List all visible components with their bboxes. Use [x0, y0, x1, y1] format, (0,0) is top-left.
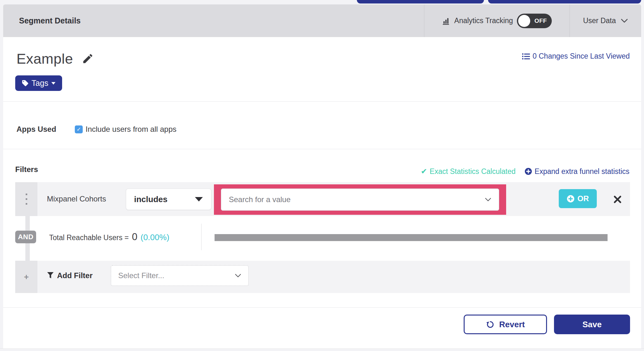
filter-drag-handle[interactable] — [15, 182, 37, 216]
add-or-condition-button[interactable]: OR — [559, 189, 597, 208]
filters-status-links: ✔ Exact Statistics Calculated Expand ext… — [421, 167, 629, 176]
caret-down-icon — [51, 82, 56, 85]
tag-icon — [22, 80, 29, 87]
expand-funnel-statistics-label: Expand extra funnel statistics — [535, 167, 629, 176]
exact-statistics-status: ✔ Exact Statistics Calculated — [421, 167, 516, 176]
tags-button-label: Tags — [32, 79, 48, 88]
add-filter-row: + Add Filter Select Filter... — [15, 261, 630, 293]
add-filter-label-group: Add Filter — [47, 271, 93, 280]
and-badge: AND — [15, 231, 36, 243]
header-band: Segment Details Analytics Tracking OFF U… — [3, 4, 641, 37]
or-button-label: OR — [577, 194, 589, 203]
toggle-state-label: OFF — [534, 14, 547, 28]
section-divider — [3, 101, 641, 102]
check-icon: ✔ — [421, 167, 427, 176]
chevron-down-icon — [235, 274, 241, 278]
filter-operator-value: includes — [134, 195, 167, 204]
user-data-dropdown[interactable]: User Data — [570, 4, 641, 37]
vertical-divider — [201, 224, 202, 250]
analytics-tracking-toggle[interactable]: OFF — [517, 14, 552, 28]
filter-value-placeholder: Search for a value — [229, 195, 291, 204]
add-filter-label: Add Filter — [57, 271, 93, 280]
add-filter-plus-handle[interactable]: + — [15, 261, 37, 293]
analytics-tracking-label: Analytics Tracking — [454, 16, 513, 25]
expand-funnel-statistics-link[interactable]: Expand extra funnel statistics — [525, 167, 629, 176]
include-all-apps-checkbox[interactable]: ✓ — [75, 125, 83, 133]
plus-circle-icon — [525, 168, 532, 175]
plus-circle-icon — [567, 195, 575, 203]
include-all-apps-label: Include users from all apps — [86, 125, 177, 134]
revert-button-label: Revert — [499, 320, 525, 329]
select-filter-dropdown[interactable]: Select Filter... — [111, 265, 249, 286]
changes-link-label: 0 Changes Since Last Viewed — [533, 52, 630, 61]
segment-name-title: Example — [16, 51, 73, 67]
user-data-label: User Data — [583, 16, 616, 25]
checkbox-check-icon: ✓ — [76, 126, 81, 133]
total-reachable-users: Total Reachable Users = 0 (0.00%) — [49, 231, 170, 243]
apps-used-label: Apps Used — [16, 125, 75, 134]
chevron-down-icon — [485, 198, 491, 201]
tags-button[interactable]: Tags — [15, 75, 62, 91]
caret-down-icon — [195, 197, 203, 202]
edit-pencil-icon[interactable] — [82, 53, 94, 65]
revert-button[interactable]: Revert — [464, 315, 547, 334]
highlight-outline: Search for a value — [214, 184, 506, 215]
reachable-value: 0 — [132, 231, 137, 243]
apps-used-row: Apps Used ✓ Include users from all apps — [16, 125, 177, 134]
filters-heading: Filters — [15, 165, 38, 174]
change-list-icon — [522, 53, 530, 60]
top-tab-stub-right[interactable] — [488, 0, 641, 3]
segment-details-page: Segment Details Analytics Tracking OFF U… — [0, 0, 644, 351]
filter-operator-dropdown[interactable]: includes — [126, 188, 211, 210]
changes-since-last-viewed-link[interactable]: 0 Changes Since Last Viewed — [522, 52, 630, 61]
save-button-label: Save — [583, 320, 602, 329]
top-tab-stub-left[interactable] — [357, 0, 484, 3]
remove-filter-button[interactable] — [609, 190, 626, 208]
exact-statistics-label: Exact Statistics Calculated — [430, 167, 516, 176]
section-divider — [3, 149, 641, 149]
revert-undo-icon — [486, 320, 495, 329]
kebab-dot-icon — [26, 194, 27, 195]
analytics-tracking-section: Analytics Tracking OFF — [424, 4, 570, 37]
reachable-progress-bar — [215, 234, 608, 241]
bottom-divider — [0, 348, 644, 349]
close-x-icon — [613, 195, 622, 204]
kebab-dot-icon — [26, 198, 27, 200]
chevron-down-icon — [621, 19, 628, 23]
reachable-label: Total Reachable Users = — [49, 233, 129, 242]
filter-row: Mixpanel Cohorts includes Search for a v… — [15, 182, 630, 216]
filter-name-label: Mixpanel Cohorts — [47, 195, 106, 203]
save-button[interactable]: Save — [554, 315, 630, 334]
reachable-percent: (0.00%) — [140, 233, 169, 242]
page-title: Segment Details — [19, 4, 81, 37]
section-divider — [3, 307, 641, 308]
funnel-icon — [47, 272, 54, 279]
kebab-dot-icon — [26, 203, 27, 205]
toggle-knob-icon — [518, 15, 530, 27]
bar-chart-icon — [442, 17, 450, 25]
plus-icon: + — [24, 272, 29, 282]
select-filter-placeholder: Select Filter... — [118, 271, 164, 280]
filter-value-select[interactable]: Search for a value — [221, 188, 499, 211]
